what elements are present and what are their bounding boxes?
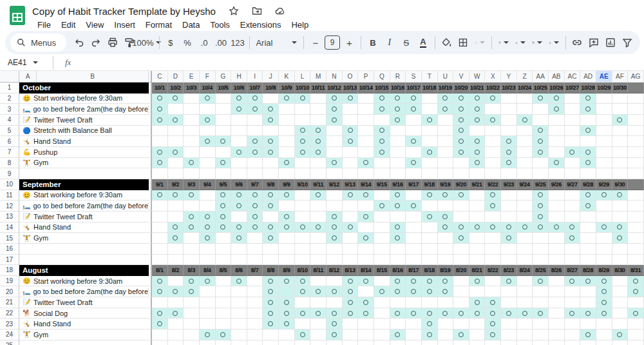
day-cell[interactable]: [184, 244, 200, 255]
date-cell[interactable]: 9/19: [438, 179, 454, 190]
day-cell[interactable]: [549, 297, 565, 308]
day-cell[interactable]: [612, 330, 629, 340]
day-cell[interactable]: [501, 233, 517, 244]
day-cell[interactable]: [438, 212, 454, 222]
day-cell[interactable]: [310, 104, 327, 115]
date-cell[interactable]: 8/7: [247, 265, 263, 276]
empty-label-cell[interactable]: [19, 340, 149, 345]
row-header-18[interactable]: 18: [0, 265, 19, 276]
day-cell[interactable]: [152, 126, 168, 137]
day-cell[interactable]: [247, 115, 263, 126]
day-cell[interactable]: [533, 147, 549, 158]
day-cell[interactable]: [263, 308, 279, 319]
day-cell[interactable]: [279, 233, 295, 244]
day-cell[interactable]: [517, 147, 533, 158]
day-cell[interactable]: [247, 126, 263, 137]
day-cell[interactable]: [390, 104, 406, 115]
day-cell[interactable]: [453, 168, 469, 179]
day-cell[interactable]: [374, 340, 390, 345]
day-cell[interactable]: [549, 286, 565, 297]
day-cell[interactable]: [343, 201, 359, 212]
day-cell[interactable]: [327, 330, 343, 340]
col-header-Q[interactable]: Q: [374, 71, 390, 83]
date-cell[interactable]: 9/4: [200, 179, 216, 190]
day-cell[interactable]: [485, 126, 501, 137]
day-cell[interactable]: [168, 158, 184, 169]
date-cell[interactable]: 9/9: [279, 179, 295, 190]
row-header-15[interactable]: 15: [0, 233, 19, 244]
day-cell[interactable]: [438, 94, 454, 104]
day-cell[interactable]: [279, 330, 295, 340]
day-cell[interactable]: [533, 190, 549, 201]
day-cell[interactable]: [279, 126, 295, 137]
day-cell[interactable]: [501, 244, 517, 255]
day-cell[interactable]: [310, 115, 327, 126]
day-cell[interactable]: [168, 126, 184, 137]
day-cell[interactable]: [343, 158, 359, 169]
day-cell[interactable]: [374, 222, 390, 233]
day-cell[interactable]: [533, 94, 549, 104]
day-cell[interactable]: [343, 136, 359, 147]
day-cell[interactable]: [279, 297, 295, 308]
menu-view[interactable]: View: [80, 19, 109, 31]
date-cell[interactable]: 8/3: [184, 265, 200, 276]
day-cell[interactable]: [422, 94, 438, 104]
date-cell[interactable]: 9/28: [580, 179, 596, 190]
day-cell[interactable]: [453, 136, 469, 147]
day-cell[interactable]: [343, 222, 359, 233]
day-cell[interactable]: [469, 168, 486, 179]
day-cell[interactable]: [517, 104, 533, 115]
insert-chart-button[interactable]: [603, 34, 618, 51]
row-header-14[interactable]: 14: [0, 222, 19, 233]
day-cell[interactable]: [422, 308, 438, 319]
day-cell[interactable]: [596, 212, 612, 222]
vertical-align-button[interactable]: [513, 34, 528, 51]
day-cell[interactable]: [358, 158, 374, 169]
day-cell[interactable]: [533, 276, 549, 287]
date-cell[interactable]: 8/15: [374, 265, 390, 276]
day-cell[interactable]: [517, 286, 533, 297]
day-cell[interactable]: [406, 136, 422, 147]
day-cell[interactable]: [501, 201, 517, 212]
day-cell[interactable]: [168, 319, 184, 330]
date-cell[interactable]: 10/16: [390, 83, 406, 94]
day-cell[interactable]: [263, 276, 279, 287]
menu-format[interactable]: Format: [140, 19, 177, 31]
col-header-W[interactable]: W: [469, 71, 486, 83]
day-cell[interactable]: [612, 233, 629, 244]
day-cell[interactable]: [533, 222, 549, 233]
day-cell[interactable]: [438, 286, 454, 297]
day-cell[interactable]: [612, 136, 629, 147]
day-cell[interactable]: [279, 222, 295, 233]
day-cell[interactable]: [374, 233, 390, 244]
day-cell[interactable]: [374, 308, 390, 319]
day-cell[interactable]: [216, 330, 232, 340]
day-cell[interactable]: [453, 212, 469, 222]
day-cell[interactable]: [231, 212, 247, 222]
day-cell[interactable]: [279, 104, 295, 115]
day-cell[interactable]: [406, 168, 422, 179]
format-percent-button[interactable]: %: [180, 34, 195, 51]
day-cell[interactable]: [279, 276, 295, 287]
day-cell[interactable]: [533, 201, 549, 212]
day-cell[interactable]: [422, 319, 438, 330]
day-cell[interactable]: [565, 244, 581, 255]
day-cell[interactable]: [295, 168, 311, 179]
day-cell[interactable]: [152, 255, 168, 266]
day-cell[interactable]: [279, 147, 295, 158]
day-cell[interactable]: [374, 115, 390, 126]
day-cell[interactable]: [612, 255, 629, 266]
font-select[interactable]: Arial: [253, 34, 299, 51]
day-cell[interactable]: [247, 136, 263, 147]
menu-extensions[interactable]: Extensions: [235, 19, 287, 31]
day-cell[interactable]: [295, 115, 311, 126]
date-cell[interactable]: 10/23: [501, 83, 517, 94]
day-cell[interactable]: [358, 244, 374, 255]
day-cell[interactable]: [612, 115, 629, 126]
day-cell[interactable]: [485, 222, 501, 233]
day-cell[interactable]: [580, 201, 596, 212]
day-cell[interactable]: [549, 308, 565, 319]
day-cell[interactable]: [533, 136, 549, 147]
day-cell[interactable]: [628, 297, 644, 308]
day-cell[interactable]: [279, 212, 295, 222]
